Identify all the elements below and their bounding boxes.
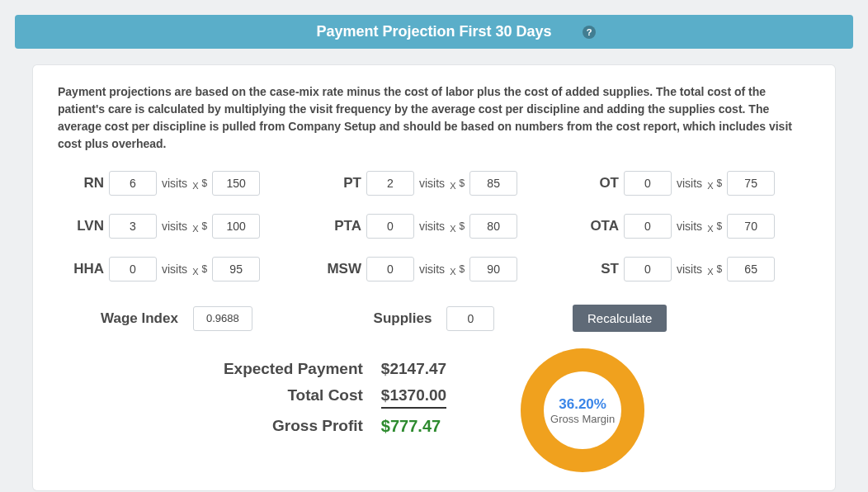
banner-title: Payment Projection First 30 Days bbox=[316, 23, 551, 40]
expected-payment-value: $2147.47 bbox=[381, 360, 446, 378]
visits-text: visits bbox=[162, 220, 187, 233]
visits-text: visits bbox=[677, 220, 702, 233]
dollar-glyph: $ bbox=[201, 177, 207, 189]
times-glyph: X bbox=[192, 267, 198, 277]
pta-visits-input[interactable] bbox=[366, 214, 414, 239]
recalculate-button[interactable]: Recalculate bbox=[573, 305, 667, 332]
ota-rate-input[interactable] bbox=[727, 214, 775, 239]
discipline-pta: PTA visits X $ bbox=[315, 214, 553, 239]
st-visits-input[interactable] bbox=[624, 257, 672, 281]
supplies-input[interactable] bbox=[446, 306, 494, 331]
discipline-lvn: LVN visits X $ bbox=[58, 214, 295, 239]
pt-rate-input[interactable] bbox=[469, 171, 517, 196]
ot-label: OT bbox=[573, 175, 619, 192]
supplies-group: Supplies bbox=[315, 305, 553, 332]
times-glyph: X bbox=[450, 224, 455, 234]
lvn-rate-input[interactable] bbox=[212, 214, 260, 239]
wage-index-input[interactable] bbox=[193, 306, 252, 331]
times-glyph: X bbox=[707, 267, 713, 277]
dollar-glyph: $ bbox=[459, 263, 465, 275]
times-glyph: X bbox=[707, 224, 713, 234]
times-glyph: X bbox=[707, 181, 713, 191]
discipline-ota: OTA visits X $ bbox=[573, 214, 810, 239]
total-cost-value: $1370.00 bbox=[381, 386, 446, 409]
page-banner: Payment Projection First 30 Days ? bbox=[15, 15, 853, 49]
total-cost-label: Total Cost bbox=[224, 386, 363, 409]
visits-text: visits bbox=[419, 263, 445, 276]
discipline-msw: MSW visits X $ bbox=[315, 257, 553, 281]
ot-visits-input[interactable] bbox=[624, 171, 672, 196]
dollar-glyph: $ bbox=[459, 177, 465, 189]
pt-label: PT bbox=[315, 175, 361, 192]
times-glyph: X bbox=[450, 267, 455, 277]
disciplines-grid: RN visits X $ PT visits X $ OT visits X … bbox=[58, 171, 810, 281]
discipline-st: ST visits X $ bbox=[573, 257, 810, 281]
donut-center: 36.20% Gross Margin bbox=[521, 348, 644, 472]
hha-label: HHA bbox=[58, 261, 104, 277]
visits-text: visits bbox=[419, 220, 445, 233]
pta-rate-input[interactable] bbox=[469, 214, 517, 239]
wage-index-group: Wage Index bbox=[58, 305, 295, 332]
st-label: ST bbox=[573, 261, 619, 277]
margin-percent: 36.20% bbox=[559, 396, 606, 413]
discipline-pt: PT visits X $ bbox=[315, 171, 553, 196]
msw-rate-input[interactable] bbox=[469, 257, 517, 281]
visits-text: visits bbox=[677, 177, 702, 190]
times-glyph: X bbox=[192, 224, 198, 234]
msw-visits-input[interactable] bbox=[366, 257, 414, 281]
gross-profit-value: $777.47 bbox=[381, 417, 446, 436]
dollar-glyph: $ bbox=[201, 263, 207, 275]
times-glyph: X bbox=[192, 181, 198, 191]
pta-label: PTA bbox=[315, 218, 361, 234]
lvn-visits-input[interactable] bbox=[109, 214, 157, 239]
controls-row: Wage Index Supplies Recalculate bbox=[58, 305, 810, 332]
dollar-glyph: $ bbox=[201, 220, 207, 232]
dollar-glyph: $ bbox=[716, 220, 722, 232]
projection-card: Payment projections are based on the cas… bbox=[33, 65, 835, 490]
msw-label: MSW bbox=[315, 261, 361, 277]
lvn-label: LVN bbox=[58, 218, 104, 234]
rn-label: RN bbox=[58, 175, 104, 192]
dollar-glyph: $ bbox=[459, 220, 465, 232]
hha-visits-input[interactable] bbox=[109, 257, 157, 281]
ota-visits-input[interactable] bbox=[624, 214, 672, 239]
discipline-rn: RN visits X $ bbox=[58, 171, 295, 196]
dollar-glyph: $ bbox=[716, 177, 722, 189]
dollar-glyph: $ bbox=[716, 263, 722, 275]
summary-table: Expected Payment $2147.47 Total Cost $13… bbox=[224, 360, 446, 436]
wage-index-label: Wage Index bbox=[101, 310, 178, 327]
discipline-hha: HHA visits X $ bbox=[58, 257, 295, 281]
description-text: Payment projections are based on the cas… bbox=[58, 83, 810, 153]
pt-visits-input[interactable] bbox=[366, 171, 414, 196]
ota-label: OTA bbox=[573, 218, 619, 234]
times-glyph: X bbox=[450, 181, 455, 191]
rn-rate-input[interactable] bbox=[212, 171, 260, 196]
visits-text: visits bbox=[162, 263, 187, 276]
summary-section: Expected Payment $2147.47 Total Cost $13… bbox=[58, 360, 810, 472]
supplies-label: Supplies bbox=[374, 310, 432, 327]
visits-text: visits bbox=[419, 177, 445, 190]
discipline-ot: OT visits X $ bbox=[573, 171, 810, 196]
recalc-group: Recalculate bbox=[573, 305, 810, 332]
rn-visits-input[interactable] bbox=[109, 171, 157, 196]
help-icon[interactable]: ? bbox=[583, 26, 596, 39]
ot-rate-input[interactable] bbox=[727, 171, 775, 196]
gross-margin-donut: 36.20% Gross Margin bbox=[521, 348, 644, 472]
expected-payment-label: Expected Payment bbox=[224, 360, 363, 378]
hha-rate-input[interactable] bbox=[212, 257, 260, 281]
st-rate-input[interactable] bbox=[727, 257, 775, 281]
gross-profit-label: Gross Profit bbox=[224, 417, 363, 436]
visits-text: visits bbox=[162, 177, 187, 190]
visits-text: visits bbox=[677, 263, 702, 276]
margin-label: Gross Margin bbox=[550, 413, 615, 425]
